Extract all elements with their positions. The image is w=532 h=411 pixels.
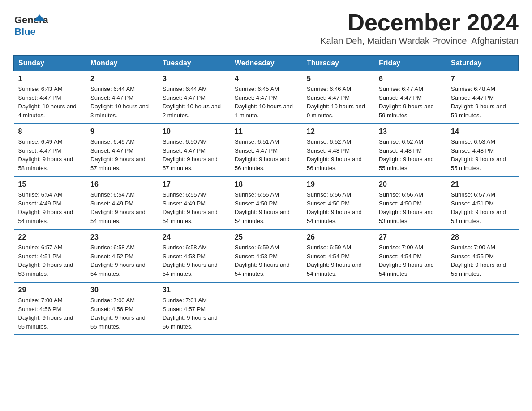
calendar-week-row: 22 Sunrise: 6:57 AMSunset: 4:51 PMDaylig…	[14, 229, 519, 282]
calendar-week-row: 8 Sunrise: 6:49 AMSunset: 4:47 PMDayligh…	[14, 124, 519, 176]
day-info: Sunrise: 6:50 AMSunset: 4:47 PMDaylight:…	[163, 137, 225, 172]
calendar-cell: 3 Sunrise: 6:44 AMSunset: 4:47 PMDayligh…	[158, 71, 230, 124]
day-info: Sunrise: 6:51 AMSunset: 4:47 PMDaylight:…	[235, 137, 297, 172]
day-number: 26	[307, 233, 369, 241]
day-number: 27	[379, 233, 442, 241]
day-info: Sunrise: 7:01 AMSunset: 4:57 PMDaylight:…	[163, 296, 225, 331]
day-info: Sunrise: 6:47 AMSunset: 4:47 PMDaylight:…	[379, 85, 442, 120]
day-number: 1	[18, 75, 82, 83]
calendar-cell: 9 Sunrise: 6:49 AMSunset: 4:47 PMDayligh…	[86, 124, 158, 176]
day-info: Sunrise: 6:45 AMSunset: 4:47 PMDaylight:…	[235, 85, 297, 120]
calendar-cell: 2 Sunrise: 6:44 AMSunset: 4:47 PMDayligh…	[86, 71, 158, 124]
day-number: 28	[451, 233, 514, 241]
day-info: Sunrise: 6:55 AMSunset: 4:50 PMDaylight:…	[235, 190, 297, 225]
day-number: 24	[163, 233, 225, 241]
weekday-header-sunday: Sunday	[14, 56, 86, 71]
day-number: 30	[90, 286, 153, 294]
logo: General Blue	[13, 9, 49, 40]
calendar-cell: 16 Sunrise: 6:54 AMSunset: 4:49 PMDaylig…	[86, 176, 158, 229]
calendar-cell: 5 Sunrise: 6:46 AMSunset: 4:47 PMDayligh…	[302, 71, 374, 124]
day-info: Sunrise: 7:00 AMSunset: 4:54 PMDaylight:…	[379, 243, 442, 278]
day-info: Sunrise: 6:48 AMSunset: 4:47 PMDaylight:…	[451, 85, 514, 120]
calendar-cell	[374, 282, 446, 335]
day-info: Sunrise: 6:49 AMSunset: 4:47 PMDaylight:…	[90, 137, 153, 172]
calendar-table: SundayMondayTuesdayWednesdayThursdayFrid…	[13, 55, 519, 335]
day-number: 14	[451, 128, 514, 136]
calendar-cell	[230, 282, 302, 335]
calendar-cell	[302, 282, 374, 335]
day-number: 31	[163, 286, 225, 294]
calendar-cell: 25 Sunrise: 6:59 AMSunset: 4:53 PMDaylig…	[230, 229, 302, 282]
day-info: Sunrise: 6:55 AMSunset: 4:49 PMDaylight:…	[163, 190, 225, 225]
day-info: Sunrise: 6:44 AMSunset: 4:47 PMDaylight:…	[163, 85, 225, 120]
calendar-cell: 14 Sunrise: 6:53 AMSunset: 4:48 PMDaylig…	[446, 124, 519, 176]
day-info: Sunrise: 6:58 AMSunset: 4:53 PMDaylight:…	[163, 243, 225, 278]
day-number: 4	[235, 75, 297, 83]
day-info: Sunrise: 6:59 AMSunset: 4:54 PMDaylight:…	[307, 243, 369, 278]
day-info: Sunrise: 6:57 AMSunset: 4:51 PMDaylight:…	[18, 243, 82, 278]
calendar-cell: 24 Sunrise: 6:58 AMSunset: 4:53 PMDaylig…	[158, 229, 230, 282]
calendar-cell: 4 Sunrise: 6:45 AMSunset: 4:47 PMDayligh…	[230, 71, 302, 124]
day-number: 18	[235, 180, 297, 188]
day-info: Sunrise: 7:00 AMSunset: 4:56 PMDaylight:…	[90, 296, 153, 331]
calendar-header-row: SundayMondayTuesdayWednesdayThursdayFrid…	[14, 56, 519, 71]
calendar-cell: 18 Sunrise: 6:55 AMSunset: 4:50 PMDaylig…	[230, 176, 302, 229]
day-info: Sunrise: 6:58 AMSunset: 4:52 PMDaylight:…	[90, 243, 153, 278]
logo-svg: General Blue	[13, 9, 49, 40]
calendar-cell: 26 Sunrise: 6:59 AMSunset: 4:54 PMDaylig…	[302, 229, 374, 282]
day-number: 25	[235, 233, 297, 241]
day-number: 29	[18, 286, 82, 294]
calendar-week-row: 29 Sunrise: 7:00 AMSunset: 4:56 PMDaylig…	[14, 282, 519, 335]
day-number: 13	[379, 128, 442, 136]
day-info: Sunrise: 6:52 AMSunset: 4:48 PMDaylight:…	[307, 137, 369, 172]
calendar-cell: 21 Sunrise: 6:57 AMSunset: 4:51 PMDaylig…	[446, 176, 519, 229]
location-title: Kalan Deh, Maidan Wardak Province, Afgha…	[320, 36, 519, 46]
day-number: 23	[90, 233, 153, 241]
calendar-cell: 12 Sunrise: 6:52 AMSunset: 4:48 PMDaylig…	[302, 124, 374, 176]
calendar-cell: 15 Sunrise: 6:54 AMSunset: 4:49 PMDaylig…	[14, 176, 86, 229]
day-number: 15	[18, 180, 82, 188]
day-number: 3	[163, 75, 225, 83]
weekday-header-monday: Monday	[86, 56, 158, 71]
weekday-header-thursday: Thursday	[302, 56, 374, 71]
calendar-cell: 10 Sunrise: 6:50 AMSunset: 4:47 PMDaylig…	[158, 124, 230, 176]
calendar-cell: 11 Sunrise: 6:51 AMSunset: 4:47 PMDaylig…	[230, 124, 302, 176]
title-area: December 2024 Kalan Deh, Maidan Wardak P…	[320, 9, 519, 51]
day-number: 16	[90, 180, 153, 188]
day-info: Sunrise: 6:54 AMSunset: 4:49 PMDaylight:…	[18, 190, 82, 225]
calendar-cell: 17 Sunrise: 6:55 AMSunset: 4:49 PMDaylig…	[158, 176, 230, 229]
day-number: 17	[163, 180, 225, 188]
weekday-header-friday: Friday	[374, 56, 446, 71]
day-info: Sunrise: 6:53 AMSunset: 4:48 PMDaylight:…	[451, 137, 514, 172]
calendar-cell: 20 Sunrise: 6:56 AMSunset: 4:50 PMDaylig…	[374, 176, 446, 229]
day-number: 9	[90, 128, 153, 136]
calendar-cell: 28 Sunrise: 7:00 AMSunset: 4:55 PMDaylig…	[446, 229, 519, 282]
calendar-cell: 30 Sunrise: 7:00 AMSunset: 4:56 PMDaylig…	[86, 282, 158, 335]
weekday-header-tuesday: Tuesday	[158, 56, 230, 71]
day-number: 10	[163, 128, 225, 136]
svg-text:Blue: Blue	[14, 26, 36, 37]
calendar-cell: 27 Sunrise: 7:00 AMSunset: 4:54 PMDaylig…	[374, 229, 446, 282]
day-number: 8	[18, 128, 82, 136]
calendar-cell: 1 Sunrise: 6:43 AMSunset: 4:47 PMDayligh…	[14, 71, 86, 124]
day-number: 7	[451, 75, 514, 83]
calendar-cell: 29 Sunrise: 7:00 AMSunset: 4:56 PMDaylig…	[14, 282, 86, 335]
day-info: Sunrise: 6:56 AMSunset: 4:50 PMDaylight:…	[379, 190, 442, 225]
calendar-week-row: 15 Sunrise: 6:54 AMSunset: 4:49 PMDaylig…	[14, 176, 519, 229]
day-info: Sunrise: 7:00 AMSunset: 4:56 PMDaylight:…	[18, 296, 82, 331]
day-number: 19	[307, 180, 369, 188]
calendar-cell: 31 Sunrise: 7:01 AMSunset: 4:57 PMDaylig…	[158, 282, 230, 335]
calendar-cell: 13 Sunrise: 6:52 AMSunset: 4:48 PMDaylig…	[374, 124, 446, 176]
day-number: 21	[451, 180, 514, 188]
calendar-week-row: 1 Sunrise: 6:43 AMSunset: 4:47 PMDayligh…	[14, 71, 519, 124]
day-info: Sunrise: 6:43 AMSunset: 4:47 PMDaylight:…	[18, 85, 82, 120]
day-number: 11	[235, 128, 297, 136]
day-info: Sunrise: 6:49 AMSunset: 4:47 PMDaylight:…	[18, 137, 82, 172]
day-number: 20	[379, 180, 442, 188]
day-number: 6	[379, 75, 442, 83]
day-number: 12	[307, 128, 369, 136]
month-title: December 2024	[320, 9, 519, 36]
calendar-cell	[446, 282, 519, 335]
day-info: Sunrise: 6:56 AMSunset: 4:50 PMDaylight:…	[307, 190, 369, 225]
calendar-cell: 22 Sunrise: 6:57 AMSunset: 4:51 PMDaylig…	[14, 229, 86, 282]
